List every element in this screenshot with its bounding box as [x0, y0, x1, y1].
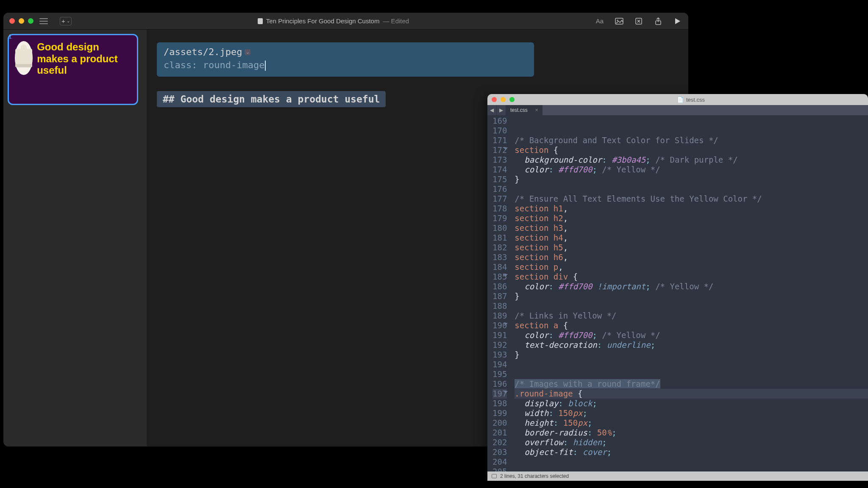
plus-icon: +	[61, 17, 65, 25]
minimize-window-button[interactable]	[501, 97, 506, 102]
close-icon[interactable]: ×	[535, 107, 538, 113]
chevron-down-icon[interactable]: ⌄	[245, 49, 250, 55]
asset-class-row[interactable]: class: round-image	[164, 60, 527, 71]
titlebar-left	[9, 18, 48, 24]
window-title: 📄 test.css	[518, 97, 864, 103]
code-area[interactable]: /* Background and Text Color for Slides …	[510, 115, 868, 471]
slide-number: 1	[8, 33, 12, 40]
traffic-lights	[9, 18, 33, 24]
thumb-title: Good design makes a product useful	[37, 41, 131, 98]
share-icon[interactable]	[654, 17, 663, 25]
close-window-button[interactable]	[492, 97, 497, 102]
image-icon[interactable]	[615, 17, 624, 25]
nav-forward-button[interactable]: ▶	[497, 105, 506, 115]
chevron-down-icon: ⌄	[67, 19, 70, 23]
product-illustration	[15, 49, 32, 67]
play-icon	[675, 18, 680, 24]
document-title-area[interactable]: Ten Principles For Good Design Custom — …	[77, 17, 590, 25]
tab-testcss[interactable]: test.css ×	[506, 105, 543, 115]
tab-label: test.css	[510, 107, 528, 113]
asset-path: /assets/2.jpeg	[164, 47, 242, 57]
line-gutter: 1691701711721731741751761771781791801811…	[487, 115, 510, 471]
font-button[interactable]: Aa	[595, 17, 604, 25]
code-editor-window: 📄 test.css ◀ ▶ test.css × 16917017117217…	[487, 94, 868, 481]
slide-thumbnail[interactable]: Good design makes a product useful	[8, 34, 138, 105]
toolbar-right: Aa	[595, 17, 682, 25]
asset-class-text: class: round-image	[164, 60, 264, 70]
thumb-image	[15, 41, 33, 75]
tab-bar: ◀ ▶ test.css ×	[487, 105, 868, 115]
document-icon	[258, 18, 263, 24]
sidebar-toggle-icon[interactable]	[39, 18, 48, 24]
heading-block[interactable]: ## Good design makes a product useful	[157, 91, 386, 107]
status-text: 2 lines, 31 characters selected	[500, 473, 569, 479]
close-window-button[interactable]	[9, 18, 15, 24]
text-cursor	[265, 61, 266, 71]
status-bar: 2 lines, 31 characters selected	[487, 471, 868, 481]
nav-back-button[interactable]: ◀	[487, 105, 497, 115]
presenter-titlebar: + ⌄ Ten Principles For Good Design Custo…	[3, 13, 688, 30]
asset-path-row: /assets/2.jpeg ⌄	[164, 47, 527, 57]
nav-arrows: ◀ ▶	[487, 105, 506, 115]
fullscreen-window-button[interactable]	[509, 97, 515, 102]
play-button[interactable]	[673, 17, 682, 25]
status-icon	[492, 474, 497, 478]
fullscreen-window-button[interactable]	[28, 18, 33, 24]
code-body: 1691701711721731741751761771781791801811…	[487, 115, 868, 471]
svg-point-1	[617, 19, 618, 21]
asset-block[interactable]: /assets/2.jpeg ⌄ class: round-image	[157, 42, 534, 77]
slide-panel: 1 Good design makes a product useful	[3, 30, 147, 446]
code-titlebar: 📄 test.css	[487, 94, 868, 105]
edited-indicator: — Edited	[383, 17, 409, 25]
document-title: Ten Principles For Good Design Custom	[266, 17, 380, 25]
file-icon: 📄	[677, 97, 684, 103]
file-title: test.css	[686, 97, 705, 103]
minimize-window-button[interactable]	[19, 18, 24, 24]
traffic-lights	[492, 97, 515, 102]
theme-icon[interactable]	[634, 17, 643, 25]
add-slide-button[interactable]: + ⌄	[60, 17, 72, 25]
